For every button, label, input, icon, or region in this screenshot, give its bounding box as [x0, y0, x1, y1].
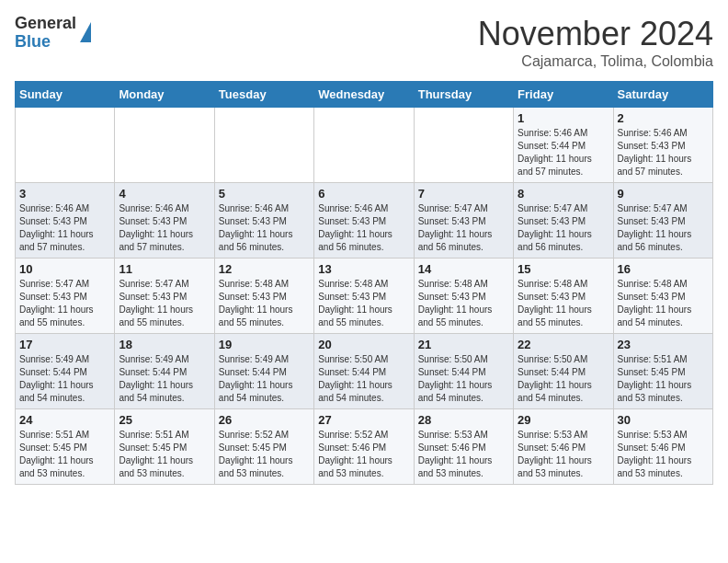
- day-info: Sunrise: 5:46 AM Sunset: 5:43 PM Dayligh…: [618, 127, 709, 178]
- calendar-cell: 19Sunrise: 5:49 AM Sunset: 5:44 PM Dayli…: [214, 334, 313, 409]
- header-day-saturday: Saturday: [613, 82, 712, 108]
- day-info: Sunrise: 5:46 AM Sunset: 5:43 PM Dayligh…: [318, 202, 409, 254]
- header-day-sunday: Sunday: [16, 82, 115, 108]
- day-info: Sunrise: 5:49 AM Sunset: 5:44 PM Dayligh…: [19, 353, 110, 405]
- location: Cajamarca, Tolima, Colombia: [478, 53, 713, 70]
- calendar-cell: 10Sunrise: 5:47 AM Sunset: 5:43 PM Dayli…: [16, 259, 115, 334]
- calendar-cell: 23Sunrise: 5:51 AM Sunset: 5:45 PM Dayli…: [613, 334, 712, 409]
- calendar-cell: 13Sunrise: 5:48 AM Sunset: 5:43 PM Dayli…: [314, 259, 414, 334]
- day-info: Sunrise: 5:47 AM Sunset: 5:43 PM Dayligh…: [418, 202, 509, 254]
- day-info: Sunrise: 5:49 AM Sunset: 5:44 PM Dayligh…: [219, 353, 310, 405]
- day-number: 28: [418, 413, 509, 427]
- day-info: Sunrise: 5:51 AM Sunset: 5:45 PM Dayligh…: [618, 353, 709, 405]
- calendar-cell: 26Sunrise: 5:52 AM Sunset: 5:45 PM Dayli…: [214, 409, 313, 485]
- day-info: Sunrise: 5:48 AM Sunset: 5:43 PM Dayligh…: [318, 278, 409, 329]
- page-header: General Blue November 2024 Cajamarca, To…: [15, 15, 713, 70]
- day-number: 10: [19, 262, 110, 276]
- day-info: Sunrise: 5:51 AM Sunset: 5:45 PM Dayligh…: [19, 429, 110, 480]
- day-info: Sunrise: 5:49 AM Sunset: 5:44 PM Dayligh…: [119, 353, 210, 405]
- day-info: Sunrise: 5:47 AM Sunset: 5:43 PM Dayligh…: [518, 202, 609, 254]
- calendar-cell: 2Sunrise: 5:46 AM Sunset: 5:43 PM Daylig…: [613, 108, 712, 183]
- day-number: 18: [119, 338, 210, 351]
- day-info: Sunrise: 5:46 AM Sunset: 5:43 PM Dayligh…: [19, 202, 110, 254]
- day-number: 1: [518, 111, 609, 125]
- calendar-cell: [414, 108, 513, 183]
- day-number: 14: [418, 262, 509, 276]
- calendar-cell: 25Sunrise: 5:51 AM Sunset: 5:45 PM Dayli…: [115, 409, 214, 485]
- day-info: Sunrise: 5:47 AM Sunset: 5:43 PM Dayligh…: [119, 278, 210, 329]
- logo-text: General Blue: [15, 15, 76, 52]
- day-number: 5: [219, 187, 310, 201]
- day-number: 19: [219, 338, 310, 351]
- day-info: Sunrise: 5:46 AM Sunset: 5:44 PM Dayligh…: [518, 127, 609, 178]
- calendar-week-2: 3Sunrise: 5:46 AM Sunset: 5:43 PM Daylig…: [16, 183, 713, 259]
- header-day-wednesday: Wednesday: [314, 82, 414, 108]
- calendar-cell: 22Sunrise: 5:50 AM Sunset: 5:44 PM Dayli…: [514, 334, 613, 409]
- calendar-cell: 6Sunrise: 5:46 AM Sunset: 5:43 PM Daylig…: [314, 183, 414, 259]
- logo-line1: General: [15, 15, 76, 33]
- calendar-cell: 29Sunrise: 5:53 AM Sunset: 5:46 PM Dayli…: [514, 409, 613, 485]
- calendar-cell: [314, 108, 414, 183]
- header-day-tuesday: Tuesday: [214, 82, 313, 108]
- day-number: 24: [19, 413, 110, 427]
- day-number: 16: [618, 262, 709, 276]
- calendar-week-1: 1Sunrise: 5:46 AM Sunset: 5:44 PM Daylig…: [16, 108, 713, 183]
- calendar-cell: 17Sunrise: 5:49 AM Sunset: 5:44 PM Dayli…: [16, 334, 115, 409]
- day-number: 13: [318, 262, 409, 276]
- calendar-cell: 9Sunrise: 5:47 AM Sunset: 5:43 PM Daylig…: [613, 183, 712, 259]
- day-number: 26: [219, 413, 310, 427]
- day-number: 11: [119, 262, 210, 276]
- calendar-cell: 27Sunrise: 5:52 AM Sunset: 5:46 PM Dayli…: [314, 409, 414, 485]
- day-number: 21: [418, 338, 509, 351]
- calendar-cell: 15Sunrise: 5:48 AM Sunset: 5:43 PM Dayli…: [514, 259, 613, 334]
- logo-line2: Blue: [15, 33, 76, 52]
- logo: General Blue: [15, 15, 91, 52]
- day-number: 9: [618, 187, 709, 201]
- calendar-cell: 8Sunrise: 5:47 AM Sunset: 5:43 PM Daylig…: [514, 183, 613, 259]
- calendar-week-5: 24Sunrise: 5:51 AM Sunset: 5:45 PM Dayli…: [16, 409, 713, 485]
- calendar-cell: [115, 108, 214, 183]
- calendar-cell: 4Sunrise: 5:46 AM Sunset: 5:43 PM Daylig…: [115, 183, 214, 259]
- day-info: Sunrise: 5:46 AM Sunset: 5:43 PM Dayligh…: [219, 202, 310, 254]
- day-info: Sunrise: 5:47 AM Sunset: 5:43 PM Dayligh…: [19, 278, 110, 329]
- calendar-cell: [214, 108, 313, 183]
- day-number: 22: [518, 338, 609, 351]
- day-number: 8: [518, 187, 609, 201]
- day-info: Sunrise: 5:47 AM Sunset: 5:43 PM Dayligh…: [618, 202, 709, 254]
- day-number: 6: [318, 187, 409, 201]
- calendar-header-row: SundayMondayTuesdayWednesdayThursdayFrid…: [16, 82, 713, 108]
- day-info: Sunrise: 5:46 AM Sunset: 5:43 PM Dayligh…: [119, 202, 210, 254]
- day-info: Sunrise: 5:50 AM Sunset: 5:44 PM Dayligh…: [318, 353, 409, 405]
- day-info: Sunrise: 5:53 AM Sunset: 5:46 PM Dayligh…: [418, 429, 509, 480]
- day-info: Sunrise: 5:53 AM Sunset: 5:46 PM Dayligh…: [518, 429, 609, 480]
- day-number: 25: [119, 413, 210, 427]
- day-info: Sunrise: 5:48 AM Sunset: 5:43 PM Dayligh…: [418, 278, 509, 329]
- day-number: 29: [518, 413, 609, 427]
- day-number: 4: [119, 187, 210, 201]
- day-number: 2: [618, 111, 709, 125]
- day-number: 12: [219, 262, 310, 276]
- calendar-week-4: 17Sunrise: 5:49 AM Sunset: 5:44 PM Dayli…: [16, 334, 713, 409]
- calendar-cell: 1Sunrise: 5:46 AM Sunset: 5:44 PM Daylig…: [514, 108, 613, 183]
- day-number: 3: [19, 187, 110, 201]
- calendar-cell: 21Sunrise: 5:50 AM Sunset: 5:44 PM Dayli…: [414, 334, 513, 409]
- day-info: Sunrise: 5:51 AM Sunset: 5:45 PM Dayligh…: [119, 429, 210, 480]
- calendar-cell: 24Sunrise: 5:51 AM Sunset: 5:45 PM Dayli…: [16, 409, 115, 485]
- day-info: Sunrise: 5:50 AM Sunset: 5:44 PM Dayligh…: [518, 353, 609, 405]
- calendar-cell: [16, 108, 115, 183]
- calendar-cell: 5Sunrise: 5:46 AM Sunset: 5:43 PM Daylig…: [214, 183, 313, 259]
- day-number: 30: [618, 413, 709, 427]
- header-day-monday: Monday: [115, 82, 214, 108]
- logo-icon: [80, 22, 91, 42]
- header-day-friday: Friday: [514, 82, 613, 108]
- calendar-week-3: 10Sunrise: 5:47 AM Sunset: 5:43 PM Dayli…: [16, 259, 713, 334]
- calendar-cell: 14Sunrise: 5:48 AM Sunset: 5:43 PM Dayli…: [414, 259, 513, 334]
- day-info: Sunrise: 5:53 AM Sunset: 5:46 PM Dayligh…: [618, 429, 709, 480]
- calendar-cell: 3Sunrise: 5:46 AM Sunset: 5:43 PM Daylig…: [16, 183, 115, 259]
- calendar-cell: 18Sunrise: 5:49 AM Sunset: 5:44 PM Dayli…: [115, 334, 214, 409]
- title-block: November 2024 Cajamarca, Tolima, Colombi…: [478, 15, 713, 70]
- calendar-cell: 16Sunrise: 5:48 AM Sunset: 5:43 PM Dayli…: [613, 259, 712, 334]
- day-number: 15: [518, 262, 609, 276]
- calendar-cell: 11Sunrise: 5:47 AM Sunset: 5:43 PM Dayli…: [115, 259, 214, 334]
- day-info: Sunrise: 5:48 AM Sunset: 5:43 PM Dayligh…: [618, 278, 709, 329]
